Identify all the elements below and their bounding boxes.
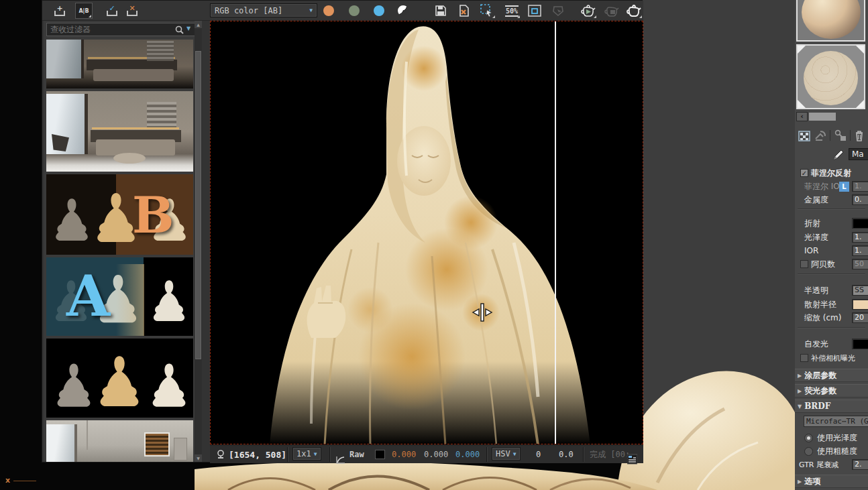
probe-color-swatch [375,450,385,459]
slot-scrollbar-thumb[interactable] [809,113,836,121]
hsplit-cursor-icon [471,303,494,322]
gtr-field[interactable]: 2. [852,459,868,470]
pixel-probe-icon[interactable] [217,450,225,459]
history-item-bedroom[interactable] [46,91,193,172]
render-status-text: 完成 [00: [590,445,630,464]
history-scrollbar-thumb[interactable] [195,51,201,359]
chevron-down-icon: ▼ [513,451,517,457]
colorspace-dropdown[interactable]: HSV ▼ [492,447,521,461]
glossiness-field[interactable]: 1. [852,232,868,243]
translucency-row: 半透明 SS [795,284,868,297]
screen: x + A|B ✓ ✕ RGB color [AB] ▼ [0,0,868,490]
clear-image-button[interactable] [455,3,473,19]
add-icon: + [54,6,65,16]
pixel-ratio-value: 1x1 [296,449,311,458]
translucency-dropdown[interactable]: SS [852,285,868,296]
color-swatch-blue[interactable] [374,5,384,16]
search-input[interactable] [46,23,195,36]
selection-corner [798,100,806,108]
metalness-field[interactable]: 0. [852,194,868,205]
material-preview-map[interactable] [796,44,865,109]
save-image-button[interactable] [432,3,449,19]
metalness-label: 金属度 [804,194,828,206]
fresnel-reflection-row: ✓ 菲涅尔反射 [795,166,868,180]
brdf-header-label: BRDF [804,402,830,411]
material-name-field[interactable]: Ma [849,148,868,160]
fresnel-checkbox[interactable]: ✓ [800,169,808,177]
compensate-checkbox[interactable] [800,354,808,362]
stats-menu-icon[interactable] [627,450,637,469]
render-canvas[interactable] [210,21,643,444]
search-icon[interactable] [175,25,184,34]
viewport-region-button[interactable] [526,3,543,19]
rename-pencil-icon[interactable] [832,148,845,162]
accept-button[interactable]: ✓ [103,3,121,19]
history-item-compare-a[interactable]: A [46,257,193,336]
brdf-section-header[interactable]: ▼ BRDF [795,400,868,413]
render-region-button[interactable] [603,3,620,19]
pixel-ratio-dropdown[interactable]: 1x1 ▼ [292,447,321,461]
compensate-label: 补偿相机曝光 [811,353,855,363]
scatter-color-swatch[interactable] [852,299,868,310]
gtr-row: GTR 尾衰减 2. [795,458,868,471]
reject-button[interactable]: ✕ [123,3,141,19]
compare-label-a: A [66,263,110,329]
checker-swatch-icon[interactable] [396,3,411,19]
delete-icon[interactable] [854,129,865,142]
render-last-button[interactable] [580,3,597,19]
glossiness-row: 光泽度 1. [795,231,868,244]
channel-dropdown[interactable]: RGB color [AB] ▼ [210,3,317,17]
history-item-bedroom-dark[interactable] [46,40,193,88]
history-scrollbar[interactable]: ▲ ▼ [195,21,202,462]
refraction-color-swatch[interactable] [852,218,868,229]
coating-section-header[interactable]: ▶ 涂层参数 [795,369,868,382]
history-item-compare-b[interactable]: B [46,174,193,255]
chevron-down-icon: ▼ [309,7,313,13]
options-section-header[interactable]: ▶ 选项 [795,475,868,488]
make-unique-icon[interactable] [814,129,827,142]
value-h: 0 [536,445,541,464]
scroll-up-icon[interactable]: ▲ [195,21,202,28]
search-options-chevron-icon[interactable]: ▼ [186,25,191,32]
display-mode-label[interactable]: Raw [349,445,364,464]
history-item-room[interactable] [46,420,193,462]
render-button[interactable] [625,3,643,19]
selfillum-row: 自发光 [795,337,868,351]
selection-corner [856,46,864,54]
canvas-statusbar: [1654, 508] 1x1 ▼ Raw 0.000 0.000 0.000 … [210,444,643,463]
abbe-checkbox[interactable] [800,260,808,268]
put-to-library-icon[interactable] [834,129,847,142]
options-header-label: 选项 [804,476,820,487]
ior-lock-button[interactable]: L [839,182,849,192]
glossiness-label: 光泽度 [804,232,828,243]
scale-field[interactable]: 20 [852,312,868,323]
scroll-down-icon[interactable]: ▼ [195,454,202,462]
ior-field[interactable]: 1. [852,245,868,256]
selfillum-color-swatch[interactable] [852,339,868,349]
ab-compare-button[interactable]: A|B [75,3,93,19]
history-item-three-statues[interactable] [46,339,193,418]
use-roughness-radio[interactable] [804,447,813,456]
track-mouse-button[interactable] [549,3,567,19]
ab-divider-line[interactable] [555,21,556,444]
collapsed-arrow-icon: ▶ [798,373,802,379]
zoom-level-button[interactable]: 50% [503,3,521,19]
show-in-viewport-icon[interactable] [798,129,811,142]
fluorescence-section-header[interactable]: ▶ 荧光参数 [795,384,868,397]
abbe-field[interactable]: 50 [852,259,868,269]
value-s: 0.0 [559,445,574,464]
color-swatch-green[interactable] [349,5,360,16]
region-select-button[interactable] [478,3,496,19]
use-glossiness-label: 使用光泽度 [817,432,857,444]
add-render-button[interactable]: + [51,3,68,19]
fresnel-ior-field[interactable]: 1. [852,181,868,192]
selection-corner [856,100,864,108]
color-swatch-orange[interactable] [323,5,334,16]
value-g: 0.000 [424,445,448,464]
translucency-label: 半透明 [804,285,828,296]
slot-scroll-left-button[interactable]: ‹ [796,112,808,121]
curve-icon[interactable] [336,450,345,469]
brdf-type-dropdown[interactable]: Microfac⋯TR (G [804,416,868,427]
use-glossiness-radio[interactable] [804,434,813,442]
material-preview-sphere[interactable] [796,0,865,42]
